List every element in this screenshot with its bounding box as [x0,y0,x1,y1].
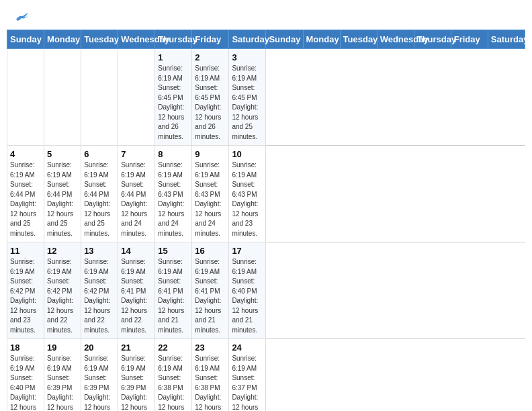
header-tuesday: Tuesday [81,30,118,49]
header-sunday: Sunday [7,30,44,49]
day-info: Sunrise: 6:19 AM Sunset: 6:42 PM Dayligh… [47,257,78,335]
calendar-week-2: 4Sunrise: 6:19 AM Sunset: 6:44 PM Daylig… [7,146,525,242]
header-wednesday: Wednesday [118,30,155,49]
calendar-cell [7,49,44,146]
day-number: 10 [232,149,263,159]
day-info: Sunrise: 6:19 AM Sunset: 6:43 PM Dayligh… [232,161,263,238]
day-info: Sunrise: 6:19 AM Sunset: 6:44 PM Dayligh… [84,161,115,238]
calendar-cell: 19Sunrise: 6:19 AM Sunset: 6:39 PM Dayli… [44,339,81,412]
calendar-table: SundayMondayTuesdayWednesdayThursdayFrid… [7,30,525,411]
day-info: Sunrise: 6:19 AM Sunset: 6:44 PM Dayligh… [10,161,41,238]
day-info: Sunrise: 6:19 AM Sunset: 6:44 PM Dayligh… [121,161,152,238]
day-info: Sunrise: 6:19 AM Sunset: 6:37 PM Dayligh… [232,354,263,411]
day-info: Sunrise: 6:19 AM Sunset: 6:41 PM Dayligh… [121,257,152,335]
col-header-saturday: Saturday [488,30,525,49]
day-number: 12 [47,246,78,256]
day-number: 24 [232,342,263,353]
calendar-cell: 21Sunrise: 6:19 AM Sunset: 6:39 PM Dayli… [118,339,155,412]
calendar-week-4: 18Sunrise: 6:19 AM Sunset: 6:40 PM Dayli… [7,339,525,412]
header-friday: Friday [192,30,229,49]
day-number: 16 [195,246,226,256]
calendar-cell: 6Sunrise: 6:19 AM Sunset: 6:44 PM Daylig… [81,146,118,242]
day-info: Sunrise: 6:19 AM Sunset: 6:39 PM Dayligh… [47,354,78,411]
calendar-cell: 7Sunrise: 6:19 AM Sunset: 6:44 PM Daylig… [118,146,155,242]
logo [13,10,30,19]
day-info: Sunrise: 6:19 AM Sunset: 6:41 PM Dayligh… [195,257,226,335]
day-number: 5 [47,149,78,159]
day-info: Sunrise: 6:19 AM Sunset: 6:40 PM Dayligh… [232,257,263,335]
calendar-cell: 3Sunrise: 6:19 AM Sunset: 6:45 PM Daylig… [229,49,266,146]
col-header-friday: Friday [451,30,488,49]
calendar-week-1: 1Sunrise: 6:19 AM Sunset: 6:45 PM Daylig… [7,49,525,146]
day-info: Sunrise: 6:19 AM Sunset: 6:44 PM Dayligh… [47,161,78,238]
day-number: 3 [232,52,263,62]
day-info: Sunrise: 6:19 AM Sunset: 6:45 PM Dayligh… [158,64,189,142]
calendar-cell: 17Sunrise: 6:19 AM Sunset: 6:40 PM Dayli… [229,242,266,339]
day-number: 8 [158,149,189,159]
day-number: 14 [121,246,152,256]
calendar-cell: 1Sunrise: 6:19 AM Sunset: 6:45 PM Daylig… [155,49,192,146]
day-number: 23 [195,342,226,353]
day-info: Sunrise: 6:19 AM Sunset: 6:45 PM Dayligh… [195,64,226,142]
day-number: 13 [84,246,115,256]
calendar-cell: 8Sunrise: 6:19 AM Sunset: 6:43 PM Daylig… [155,146,192,242]
col-header-tuesday: Tuesday [340,30,377,49]
day-info: Sunrise: 6:19 AM Sunset: 6:42 PM Dayligh… [84,257,115,335]
logo-bird-icon [15,10,30,22]
header-saturday: Saturday [229,30,266,49]
calendar-cell [44,49,81,146]
page-header [7,7,525,23]
calendar-cell: 14Sunrise: 6:19 AM Sunset: 6:41 PM Dayli… [118,242,155,339]
day-number: 19 [47,342,78,353]
day-number: 17 [232,246,263,256]
day-number: 22 [158,342,189,353]
day-number: 18 [10,342,41,353]
day-number: 6 [84,149,115,159]
col-header-thursday: Thursday [414,30,451,49]
day-info: Sunrise: 6:19 AM Sunset: 6:40 PM Dayligh… [10,354,41,411]
calendar-cell [81,49,118,146]
day-info: Sunrise: 6:19 AM Sunset: 6:39 PM Dayligh… [121,354,152,411]
calendar-cell: 4Sunrise: 6:19 AM Sunset: 6:44 PM Daylig… [7,146,44,242]
day-number: 9 [195,149,226,159]
calendar-cell: 22Sunrise: 6:19 AM Sunset: 6:38 PM Dayli… [155,339,192,412]
day-info: Sunrise: 6:19 AM Sunset: 6:42 PM Dayligh… [10,257,41,335]
calendar-cell: 24Sunrise: 6:19 AM Sunset: 6:37 PM Dayli… [229,339,266,412]
calendar-cell: 12Sunrise: 6:19 AM Sunset: 6:42 PM Dayli… [44,242,81,339]
day-info: Sunrise: 6:19 AM Sunset: 6:38 PM Dayligh… [195,354,226,411]
calendar-cell: 20Sunrise: 6:19 AM Sunset: 6:39 PM Dayli… [81,339,118,412]
day-info: Sunrise: 6:19 AM Sunset: 6:43 PM Dayligh… [158,161,189,238]
header-monday: Monday [44,30,81,49]
day-number: 1 [158,52,189,62]
day-number: 7 [121,149,152,159]
calendar-cell: 11Sunrise: 6:19 AM Sunset: 6:42 PM Dayli… [7,242,44,339]
calendar-cell: 9Sunrise: 6:19 AM Sunset: 6:43 PM Daylig… [192,146,229,242]
calendar-cell: 2Sunrise: 6:19 AM Sunset: 6:45 PM Daylig… [192,49,229,146]
day-info: Sunrise: 6:19 AM Sunset: 6:41 PM Dayligh… [158,257,189,335]
col-header-monday: Monday [303,30,340,49]
day-info: Sunrise: 6:19 AM Sunset: 6:39 PM Dayligh… [84,354,115,411]
day-number: 20 [84,342,115,353]
day-info: Sunrise: 6:19 AM Sunset: 6:43 PM Dayligh… [195,161,226,238]
calendar-cell: 16Sunrise: 6:19 AM Sunset: 6:41 PM Dayli… [192,242,229,339]
day-info: Sunrise: 6:19 AM Sunset: 6:45 PM Dayligh… [232,64,263,142]
calendar-cell: 23Sunrise: 6:19 AM Sunset: 6:38 PM Dayli… [192,339,229,412]
day-number: 2 [195,52,226,62]
calendar-cell: 10Sunrise: 6:19 AM Sunset: 6:43 PM Dayli… [229,146,266,242]
day-info: Sunrise: 6:19 AM Sunset: 6:38 PM Dayligh… [158,354,189,411]
calendar-cell [118,49,155,146]
day-number: 11 [10,246,41,256]
calendar-cell: 5Sunrise: 6:19 AM Sunset: 6:44 PM Daylig… [44,146,81,242]
day-number: 21 [121,342,152,353]
calendar-cell: 13Sunrise: 6:19 AM Sunset: 6:42 PM Dayli… [81,242,118,339]
day-number: 15 [158,246,189,256]
calendar-cell: 15Sunrise: 6:19 AM Sunset: 6:41 PM Dayli… [155,242,192,339]
col-header-wednesday: Wednesday [377,30,414,49]
calendar-week-3: 11Sunrise: 6:19 AM Sunset: 6:42 PM Dayli… [7,242,525,339]
header-thursday: Thursday [155,30,192,49]
col-header-sunday: Sunday [266,30,303,49]
calendar-cell: 18Sunrise: 6:19 AM Sunset: 6:40 PM Dayli… [7,339,44,412]
calendar-header-row: SundayMondayTuesdayWednesdayThursdayFrid… [7,30,525,49]
day-number: 4 [10,149,41,159]
